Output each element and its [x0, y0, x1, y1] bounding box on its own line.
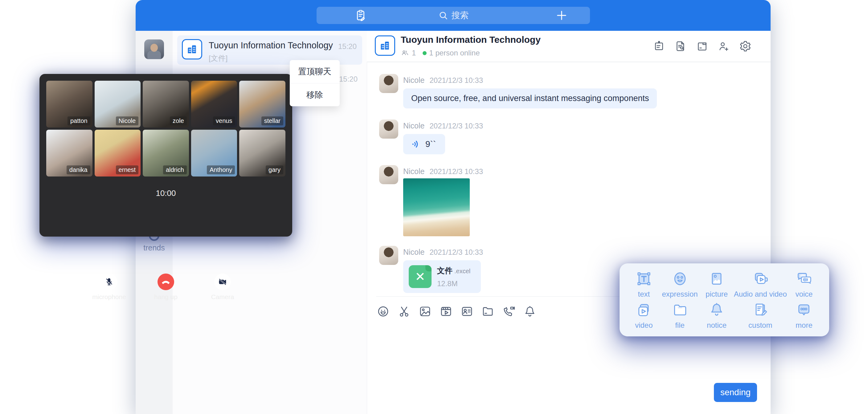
message-time: 2021/12/3 10:33	[429, 248, 483, 257]
panel-label: picture	[706, 290, 728, 298]
file-manager-icon[interactable]	[696, 40, 708, 52]
search-bar[interactable]: 搜索	[316, 7, 590, 24]
file-icon	[671, 301, 689, 319]
video-tile[interactable]: danika	[46, 130, 92, 177]
video-tile[interactable]: gary	[239, 130, 285, 177]
picture-icon	[708, 270, 725, 287]
panel-item-expression[interactable]: expression	[660, 269, 700, 300]
microphone-button[interactable]: microphone	[91, 274, 127, 300]
chat-history-search-icon[interactable]	[675, 40, 687, 52]
video-tile[interactable]: stellar	[239, 81, 285, 128]
conversation-time-2: 15:20	[339, 75, 358, 84]
hang-up-button[interactable]: hang up	[148, 274, 184, 300]
file-ext: .excel	[454, 268, 470, 275]
video-clip-icon[interactable]	[439, 305, 453, 318]
settings-gear-icon[interactable]	[739, 40, 751, 52]
panel-label: file	[675, 321, 685, 329]
menu-item-pin-chat[interactable]: 置顶聊天	[290, 60, 340, 83]
video-tile[interactable]: Nicole	[95, 81, 141, 128]
participant-name: ernest	[116, 165, 139, 174]
send-button[interactable]: sending	[714, 383, 757, 402]
menu-item-remove[interactable]: 移除	[290, 83, 340, 106]
more-icon	[795, 301, 812, 319]
voice-icon	[795, 270, 812, 287]
voice-wave-icon	[410, 139, 421, 150]
panel-label: notice	[707, 321, 726, 329]
chat-title: Tuoyun Information Technology	[401, 34, 541, 45]
participant-name: stellar	[261, 117, 283, 125]
message-image: Nicole 2021/12/3 10:33	[379, 165, 483, 236]
participant-name: Nicole	[116, 117, 139, 125]
trends-label: trends	[135, 243, 173, 252]
emoji-icon[interactable]	[377, 305, 390, 318]
video-tile[interactable]: patton	[46, 81, 92, 128]
panel-label: more	[796, 321, 812, 329]
search-input[interactable]: 搜索	[316, 7, 590, 24]
panel-item-picture[interactable]: picture	[700, 269, 734, 300]
add-member-icon[interactable]	[718, 40, 730, 52]
context-menu: 置顶聊天 移除	[290, 60, 340, 106]
file-bubble[interactable]: ✕ 文件.excel 12.8M	[403, 260, 481, 293]
user-avatar[interactable]	[144, 39, 164, 59]
sender-name: Nicole	[403, 248, 425, 257]
hang-up-label: hang up	[148, 293, 184, 300]
panel-item-audio-video[interactable]: Audio and video	[734, 269, 787, 300]
sender-avatar[interactable]	[379, 120, 398, 138]
video-tile[interactable]: zole	[143, 81, 189, 128]
panel-item-custom[interactable]: custom	[734, 300, 787, 331]
members-icon	[401, 49, 409, 57]
panel-item-notice[interactable]: notice	[700, 300, 734, 331]
participant-name: aldrich	[163, 165, 187, 174]
participant-name: patton	[67, 117, 90, 125]
online-dot	[423, 51, 427, 55]
video-grid: patton Nicole zole venus stellar danika …	[46, 81, 285, 177]
panel-item-video[interactable]: video	[627, 300, 660, 331]
group-avatar	[182, 39, 202, 59]
image-attachment-beach[interactable]	[403, 178, 470, 236]
text-bubble[interactable]: Open source, free, and universal instant…	[403, 88, 657, 108]
video-tile[interactable]: venus	[191, 81, 237, 128]
video-tile[interactable]: aldrich	[143, 130, 189, 177]
message-file: Nicole 2021/12/3 10:33 ✕ 文件.excel 12.8M	[379, 246, 483, 293]
sender-avatar[interactable]	[379, 74, 398, 93]
screen: 搜索 trends	[0, 0, 868, 414]
member-count: 1	[412, 49, 416, 57]
conversation-time: 15:20	[338, 42, 356, 51]
participant-name: danika	[67, 165, 90, 174]
audio-video-icon	[752, 270, 769, 287]
video-tile[interactable]: Anthony	[191, 130, 237, 177]
panel-item-voice[interactable]: voice	[787, 269, 821, 300]
notification-bell-icon[interactable]	[523, 305, 536, 318]
chat-header: Tuoyun Information Technology 1 1 person…	[367, 31, 771, 62]
image-icon[interactable]	[418, 305, 432, 318]
custom-icon	[752, 301, 769, 319]
sender-avatar[interactable]	[379, 246, 398, 265]
expression-icon	[671, 270, 689, 287]
sender-name: Nicole	[403, 167, 425, 176]
voice-bubble[interactable]: 9``	[403, 134, 445, 154]
message-text: Nicole 2021/12/3 10:33 Open source, free…	[379, 74, 657, 108]
panel-item-file[interactable]: file	[660, 300, 700, 331]
panel-item-text[interactable]: text	[627, 269, 660, 300]
contact-card-icon[interactable]	[461, 305, 473, 318]
sender-name: Nicole	[403, 76, 425, 85]
video-call-icon[interactable]	[502, 305, 516, 318]
screenshot-scissors-icon[interactable]	[398, 305, 410, 318]
panel-item-more[interactable]: more	[787, 300, 821, 331]
video-call-overlay: patton Nicole zole venus stellar danika …	[39, 74, 292, 236]
message-time: 2021/12/3 10:33	[429, 76, 483, 85]
group-notice-icon[interactable]	[653, 40, 665, 52]
panel-label: custom	[748, 321, 772, 329]
add-icon[interactable]	[555, 9, 568, 22]
sender-avatar[interactable]	[379, 165, 398, 184]
text-icon	[635, 270, 653, 287]
excel-file-icon: ✕	[409, 265, 432, 288]
conversation-title: Tuoyun Information Technology	[209, 40, 333, 51]
folder-icon[interactable]	[482, 305, 494, 318]
camera-button[interactable]: Camera	[204, 274, 241, 300]
video-icon	[635, 301, 653, 319]
video-tile[interactable]: ernest	[95, 130, 141, 177]
search-placeholder: 搜索	[452, 9, 469, 21]
hang-up-icon	[161, 277, 171, 287]
call-timer: 10:00	[39, 189, 292, 198]
